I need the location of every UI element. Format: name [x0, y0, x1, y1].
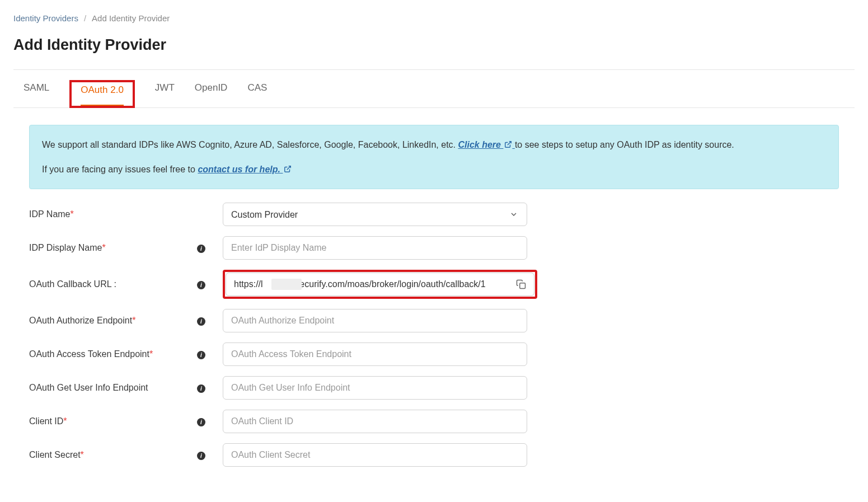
tab-saml[interactable]: SAML: [24, 82, 49, 107]
external-link-icon: [504, 140, 512, 148]
form-row-authorize-endpoint: OAuth Authorize Endpoint* i: [29, 309, 839, 332]
input-userinfo-endpoint[interactable]: [223, 376, 527, 400]
info-text-2-prefix: If you are facing any issues feel free t…: [42, 165, 198, 174]
info-text-1-prefix: We support all standard IDPs like AWS Co…: [42, 140, 458, 149]
svg-line-0: [508, 142, 511, 145]
tabs: SAML OAuth 2.0 JWT OpenID CAS: [13, 70, 855, 108]
breadcrumb-parent-link[interactable]: Identity Providers: [13, 13, 78, 23]
breadcrumb: Identity Providers / Add Identity Provid…: [13, 0, 855, 30]
info-icon[interactable]: i: [197, 384, 205, 393]
info-link-click-here[interactable]: Click here: [458, 140, 515, 149]
info-icon[interactable]: i: [197, 317, 205, 326]
breadcrumb-separator: /: [84, 13, 86, 23]
label-idp-display-name: IDP Display Name*: [29, 243, 197, 253]
input-client-id[interactable]: [223, 410, 527, 433]
input-authorize-endpoint[interactable]: [223, 309, 527, 332]
label-client-id: Client ID*: [29, 416, 197, 426]
tab-jwt[interactable]: JWT: [155, 82, 175, 107]
info-text-1-suffix: to see steps to setup any OAuth IDP as i…: [515, 140, 734, 149]
info-icon[interactable]: i: [197, 418, 205, 426]
label-client-secret: Client Secret*: [29, 450, 197, 460]
label-idp-name: IDP Name*: [29, 209, 197, 219]
page-title: Add Identity Provider: [13, 30, 855, 69]
label-callback-url: OAuth Callback URL :: [29, 279, 197, 289]
info-link-contact-us[interactable]: contact us for help.: [198, 165, 292, 174]
info-icon[interactable]: i: [197, 281, 205, 289]
external-link-icon: [284, 165, 292, 173]
form-row-client-secret: Client Secret* i: [29, 443, 839, 467]
svg-rect-2: [520, 283, 526, 289]
highlight-box-oauth-tab: OAuth 2.0: [69, 80, 135, 108]
redacted-segment: [271, 279, 302, 290]
info-icon[interactable]: i: [197, 452, 205, 460]
label-token-endpoint: OAuth Access Token Endpoint*: [29, 349, 197, 359]
form-row-token-endpoint: OAuth Access Token Endpoint* i: [29, 343, 839, 366]
select-idp-name[interactable]: Custom Provider: [223, 203, 527, 226]
info-icon[interactable]: i: [197, 245, 205, 253]
copy-icon[interactable]: [516, 279, 526, 289]
info-icon[interactable]: i: [197, 351, 205, 359]
form-row-userinfo-endpoint: OAuth Get User Info Endpoint i: [29, 376, 839, 400]
form-row-client-id: Client ID* i: [29, 410, 839, 433]
tab-oauth[interactable]: OAuth 2.0: [81, 85, 124, 106]
input-client-secret[interactable]: [223, 443, 527, 467]
form-row-idp-display-name: IDP Display Name* i: [29, 236, 839, 260]
form-row-idp-name: IDP Name* Custom Provider: [29, 203, 839, 226]
label-authorize-endpoint: OAuth Authorize Endpoint*: [29, 316, 197, 326]
svg-line-1: [287, 166, 290, 169]
tab-cas[interactable]: CAS: [247, 82, 267, 107]
content: We support all standard IDPs like AWS Co…: [13, 108, 855, 467]
highlight-box-callback-url: [223, 270, 537, 299]
info-box: We support all standard IDPs like AWS Co…: [29, 125, 839, 189]
label-userinfo-endpoint: OAuth Get User Info Endpoint: [29, 383, 197, 393]
tab-openid[interactable]: OpenID: [195, 82, 228, 107]
form-row-callback-url: OAuth Callback URL : i: [29, 270, 839, 299]
input-idp-display-name[interactable]: [223, 236, 527, 260]
input-token-endpoint[interactable]: [223, 343, 527, 366]
breadcrumb-current: Add Identity Provider: [92, 13, 170, 23]
